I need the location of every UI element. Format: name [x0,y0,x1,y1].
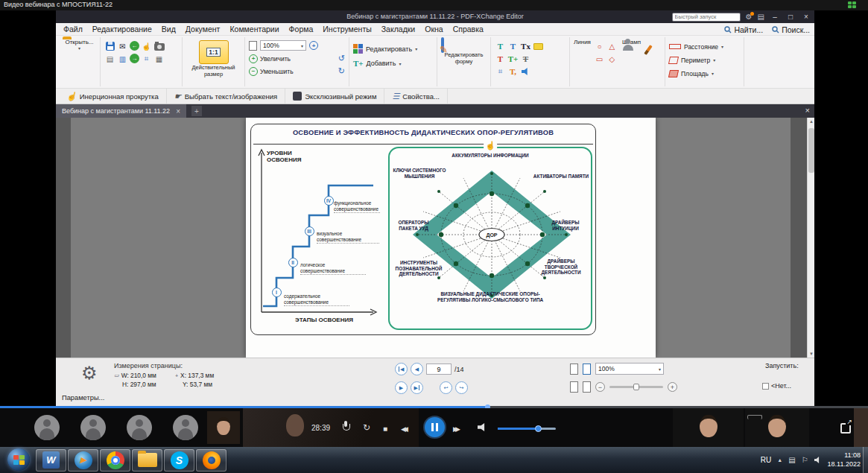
vertical-scrollbar[interactable]: ▲ ▼ [807,118,814,358]
tabbar-close-icon[interactable]: × [805,106,810,115]
action-center-icon[interactable]: ▤ [788,456,795,464]
save-icon[interactable] [104,41,115,51]
pdf-page[interactable]: ОСВОЕНИЕ И ЭФФЕКТИВНОСТЬ ДИДАКТИЧЕСКИХ О… [246,118,656,358]
last-page-button[interactable]: ▶ [411,381,423,394]
taskbar-item-media-player[interactable]: ▶ [68,449,98,472]
menu-windows[interactable]: Окна [425,25,443,34]
edit-form-button[interactable]: Редактировать форму [441,39,487,65]
open-caret-icon[interactable]: ▾ [63,45,96,51]
scroll-down-icon[interactable]: ▼ [808,350,814,358]
quick-launch-input[interactable] [672,13,741,22]
scrollbar-thumb[interactable] [808,128,814,173]
volume-icon[interactable] [478,423,487,431]
apps-grid-icon[interactable] [848,1,856,9]
zoom-in-button[interactable]: + Увеличить ↺ [249,54,345,63]
clipboard-icon[interactable]: ▦ [153,54,165,64]
rectangle-shape-icon[interactable]: ▭ [594,54,605,64]
menu-view[interactable]: Вид [162,25,176,34]
open-button[interactable]: Открыть... ▾ [63,39,96,51]
menu-document[interactable]: Документ [186,25,221,34]
diamond-shape-icon[interactable]: ◇ [606,54,618,64]
hand-tool-icon[interactable]: ☝ [141,41,152,51]
prev-page-button[interactable]: ◀ [411,363,423,375]
menu-file[interactable]: Файл [63,25,83,34]
close-button[interactable]: × [801,13,811,21]
status-zoom-combo[interactable]: 100% ▾ [595,363,664,375]
document-tab[interactable]: Вебинар с магистрантами 11.11.22 × [56,104,186,118]
perimeter-button[interactable]: Периметр ▾ [669,54,740,66]
callout-icon[interactable]: Тx [520,41,531,51]
scroll-up-icon[interactable]: ▲ [808,118,814,125]
taskbar-item-chrome[interactable] [100,449,130,472]
zoom-out-button[interactable]: − Уменьшить ↻ [249,66,345,76]
network-icon[interactable]: ⚐ [802,456,808,464]
next-view-button[interactable]: ↪ [455,381,468,394]
menu-bookmarks[interactable]: Закладки [381,25,415,34]
properties-button[interactable]: ☰ Свойства... [384,89,448,104]
zoom-tool-icon[interactable]: + [309,41,318,50]
status-zoom-in-button[interactable]: + [668,382,677,392]
first-page-button[interactable]: ◀ [395,363,408,375]
settings-gear-icon[interactable]: ⚙ [746,13,753,21]
zoom-combo[interactable]: 100% ▾ [260,40,306,51]
inertial-scroll-button[interactable]: ☝ Инерционная прокрутка [59,89,167,104]
edit-button[interactable]: Редактировать ▾ [353,44,433,54]
page-setup-gear-icon[interactable]: ⚙ [81,363,98,384]
text-note-icon[interactable]: Т, [507,66,519,77]
menu-form[interactable]: Форма [289,25,314,34]
distance-button[interactable]: Расстояние ▾ [669,41,740,52]
export-icon[interactable]: ▥ [117,54,128,64]
sound-comment-icon[interactable] [520,66,531,77]
select-text-button[interactable]: ☛ Выбрать текст/изображения [167,89,286,104]
run-selector[interactable]: <Нет... [762,382,791,390]
minimize-button[interactable]: – [770,13,780,21]
replay-icon[interactable]: ↻ [363,422,370,433]
rotate-left-icon[interactable]: ↺ [338,54,345,63]
strikeout-icon[interactable]: Т [520,54,531,64]
volume-slider[interactable] [498,428,556,430]
search-button[interactable]: Поиск... [772,25,810,34]
brush-icon[interactable] [644,45,652,55]
status-zoom-out-button[interactable]: − [595,382,605,392]
text-box-icon[interactable]: Т [507,41,519,51]
line-tool-button[interactable]: Линия [574,39,591,85]
document-area[interactable]: ОСВОЕНИЕ И ЭФФЕКТИВНОСТЬ ДИДАКТИЧЕСКИХ О… [56,118,814,358]
taskbar-item-explorer[interactable] [132,449,162,472]
insert-text-icon[interactable]: Т+ [507,54,519,64]
menu-edit[interactable]: Редактирование [92,25,152,34]
external-link-icon[interactable] [840,423,851,434]
stop-button[interactable]: ■ [383,424,387,434]
tray-expand-icon[interactable]: ▲ [777,457,782,463]
page-number-input[interactable]: 9 [426,364,452,375]
tab-close-icon[interactable]: × [176,107,180,115]
mic-icon[interactable] [342,421,349,433]
fit-page-icon[interactable] [249,41,257,51]
find-button[interactable]: Найти... [724,25,763,34]
select-tool-icon[interactable]: ⌗ [141,54,152,64]
prev-view-button[interactable]: ↩ [440,381,452,394]
zoom-slider[interactable] [609,386,663,388]
bookmark-pane-icon[interactable] [583,364,591,375]
language-indicator[interactable]: RU [761,456,771,464]
typewriter-icon[interactable]: Т [495,41,506,51]
reader-icon[interactable]: ▤ [758,13,764,21]
taskbar-clock[interactable]: 11:08 18.11.2022 [828,451,861,469]
add-button[interactable]: Т+ Добавить ▾ [353,59,433,68]
rewind-button[interactable]: ◀◀ [401,424,405,434]
menu-tools[interactable]: Инструменты [323,25,371,34]
new-tab-button[interactable]: + [191,106,202,116]
rotate-right-icon[interactable]: ↻ [338,66,345,76]
show-desktop-button[interactable] [863,447,868,473]
zoom-slider-thumb[interactable] [633,384,639,390]
nav-forward-icon[interactable]: → [130,54,139,63]
snapshot-icon[interactable] [153,41,165,51]
pause-button[interactable] [425,417,445,437]
tray-volume-icon[interactable] [814,457,822,463]
taskbar-item-firefox[interactable] [196,449,226,472]
volume-handle[interactable] [535,425,542,432]
print-icon[interactable]: ▤ [104,54,115,64]
circle-shape-icon[interactable]: ○ [594,41,605,51]
taskbar-item-word[interactable]: W [36,449,66,472]
fast-forward-button[interactable]: ▶▶ [453,424,457,434]
menu-comments[interactable]: Комментарии [229,25,279,34]
